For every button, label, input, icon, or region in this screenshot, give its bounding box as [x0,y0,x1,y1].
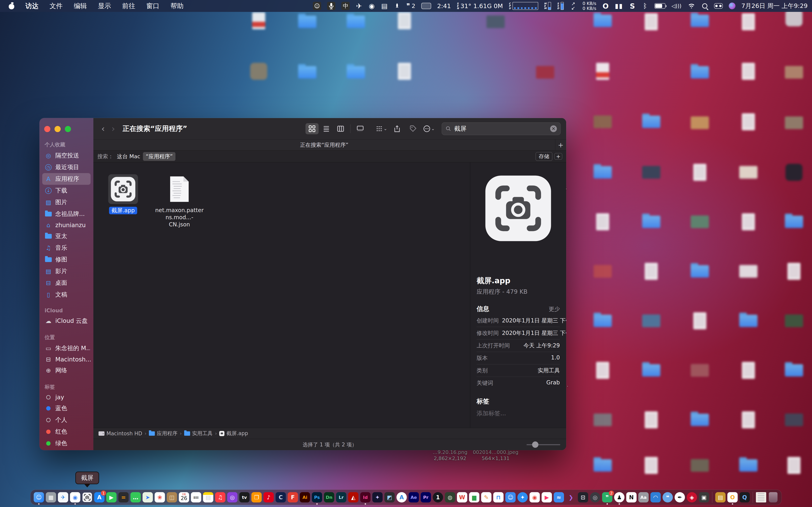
icon-size-slider[interactable] [526,441,560,448]
dock-item-capture-one[interactable]: 1 [433,492,443,502]
zoom-window-button[interactable] [65,126,71,132]
bluetooth-icon[interactable]: ᛒ [642,2,649,10]
desktop-icon-img[interactable] [739,262,758,281]
clear-search-button[interactable]: ✕ [550,125,557,132]
desktop-icon-doc[interactable] [690,162,710,182]
desktop-icon-doc[interactable] [395,11,414,31]
stacked-layers-icon[interactable]: ▤ [381,2,388,10]
desktop-icon-doc[interactable] [395,61,414,81]
desktop-icon-folder[interactable] [690,262,710,281]
sidebar-item-音乐[interactable]: ♫音乐 [42,242,91,254]
dock-item-facetime[interactable]: ▶ [106,492,116,502]
path-item-应用程序[interactable]: 应用程序 [149,430,177,437]
search-input-value[interactable]: 截屏 [454,125,547,133]
dock-item-play-arrow-app[interactable]: ❯ [566,492,576,502]
desktop-icon-doc[interactable] [784,262,804,281]
sidebar-item-jay[interactable]: jay [42,392,91,402]
bars-menu-icon[interactable]: ▮▮ [615,2,623,10]
new-tab-button[interactable]: + [555,139,566,150]
desktop-icon-doc[interactable] [641,262,661,281]
desktop-icon-doc[interactable] [690,311,710,331]
battery-icon[interactable] [654,2,665,10]
dock-item-lanhu[interactable]: ≈ [554,492,564,502]
dock-item-red-badge-app[interactable]: ◈ [687,492,697,502]
desktop-icon-img[interactable] [593,262,613,281]
desktop-icon-folder[interactable] [593,455,613,475]
sidebar-item-修图[interactable]: 修图 [42,254,91,265]
sidebar-item-个人[interactable]: 个人 [42,414,91,426]
add-criteria-button[interactable]: + [554,153,562,160]
desktop-icon-folder[interactable] [297,12,317,32]
dock-item-dimension[interactable]: Dn [324,492,334,502]
dock-item-apple-tv[interactable]: tv [239,492,250,502]
group-by-button[interactable]: ⌄ [375,123,388,134]
forward-button[interactable]: › [112,124,115,134]
dock-item-orange-o-app[interactable]: O [727,492,738,502]
dock-item-screenshot-app[interactable]: 截屏 [82,492,92,502]
sidebar-item-灰色[interactable]: 灰色 [42,449,91,450]
sidebar-item-应用程序[interactable]: A应用程序 [42,173,91,185]
desktop-icon-img[interactable] [690,113,710,133]
column-view-button[interactable] [334,123,347,134]
desktop-icon-folder[interactable] [784,360,804,380]
sidebar-item-最近项目[interactable]: ◷最近项目 [42,161,91,173]
dock-item-finder[interactable]: ☺ [34,492,44,502]
desktop-icon-folder[interactable] [739,311,758,331]
dock-item-pages[interactable]: ✎ [481,492,492,502]
dock-item-font-book[interactable]: Aa [638,492,649,502]
dock-item-chrome[interactable]: ◉ [70,492,80,502]
sidebar-item-影片[interactable]: ▤影片 [42,265,91,277]
dock-item-sketchup-layout[interactable]: F [288,492,298,502]
wechat-menu-icon[interactable]: ❞2 [406,2,415,10]
dock-item-pen-app[interactable]: ✒ [675,492,685,502]
dock-item-keynote[interactable]: ⊓ [493,492,504,502]
menu-item-6[interactable]: 窗口 [146,2,159,10]
desktop-icon-folder[interactable] [641,212,661,232]
dock-item-wechat[interactable]: ❞2 [602,492,612,502]
creative-cloud-icon[interactable]: ◉ [368,2,375,10]
minimize-window-button[interactable] [54,126,61,132]
desktop-icon-doc[interactable] [739,61,758,81]
input-method-icon[interactable]: 中 [341,2,350,10]
sidebar-item-zhunianzu[interactable]: ⌂zhunianzu [42,220,91,230]
back-button[interactable]: ‹ [101,124,105,134]
dock-item-youdao-dict[interactable]: ❝ [663,492,673,502]
sidebar-item-下载[interactable]: ↓下载 [42,185,91,196]
display-icon[interactable] [421,2,431,10]
desktop-icon-doc[interactable] [739,212,758,232]
dock-item-calendar[interactable]: 7月26 [179,492,189,502]
desktop-icon-folder[interactable] [346,12,366,32]
desktop-icon-folder[interactable] [346,62,366,82]
more-actions-button[interactable]: ⌄ [422,123,435,134]
desktop-icon-img[interactable] [784,113,804,133]
paper-plane-icon[interactable]: ✈ [356,2,362,10]
control-center-icon[interactable] [714,2,723,10]
desktop-icon-folder[interactable] [641,360,661,380]
dock-item-notes[interactable]: ▤ [203,492,213,502]
sidebar-item-亚太[interactable]: 亚太 [42,230,91,242]
desktop-icon-folder[interactable] [593,11,613,31]
dock-item-after-effects[interactable]: Ae [409,492,419,502]
dock-item-music[interactable]: ♫ [215,492,225,502]
desktop-icon-img[interactable] [593,410,613,430]
dock-item-books[interactable]: ❐ [251,492,262,502]
desktop-icon-doc[interactable] [593,360,613,380]
menu-item-2[interactable]: 文件 [50,2,63,10]
tag-button[interactable] [406,123,419,134]
path-item-实用工具[interactable]: 实用工具 [184,430,213,437]
dock-item-safari[interactable]: ✈ [58,492,68,502]
dock-item-archicad[interactable]: A [397,492,407,502]
desktop-icon-doc[interactable] [784,455,804,475]
sidebar-item-念祖品牌...[interactable]: 念祖品牌... [42,208,91,220]
volume-icon[interactable]: ◁))) [671,2,681,10]
add-tags-field[interactable]: 添加标签... [476,409,560,417]
desktop-icon-doc[interactable] [739,360,758,380]
dock-item-photos[interactable]: ❀ [155,492,165,502]
desktop-icon-img[interactable] [535,62,555,82]
sidebar-item-红色[interactable]: 红色 [42,426,91,438]
desktop-icon-img[interactable] [784,311,804,331]
dock-item-final-cut-pro[interactable]: ◩ [385,492,395,502]
desktop-icon-doc[interactable] [641,410,661,430]
desktop-icon-img[interactable] [690,455,710,475]
desktop-icon-doc[interactable] [641,455,661,475]
